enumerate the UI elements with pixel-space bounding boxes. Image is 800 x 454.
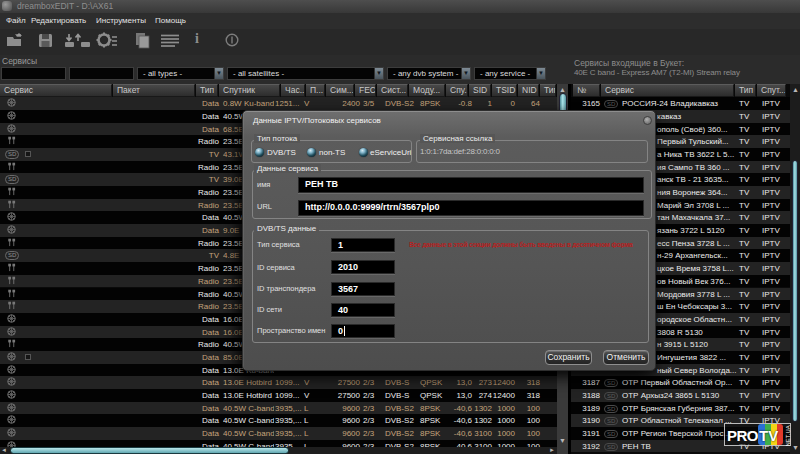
svg-text:NET.UA: NET.UA (785, 425, 791, 446)
